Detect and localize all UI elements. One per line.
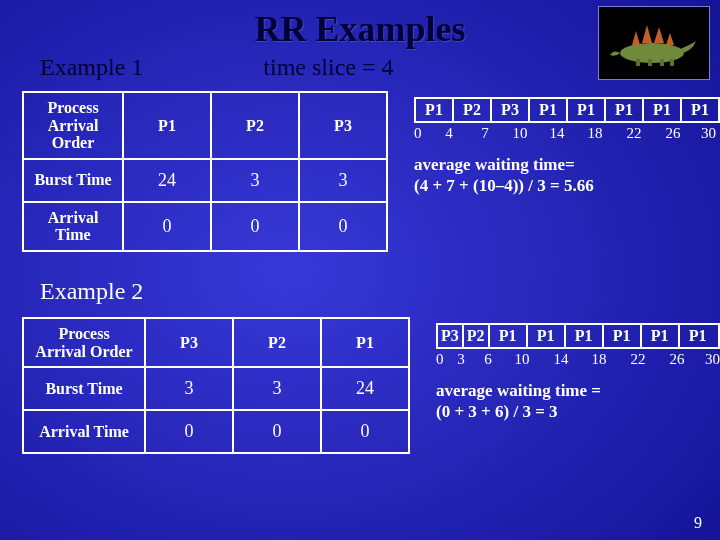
- table-cell: 0: [211, 202, 299, 251]
- gantt-segment: P1: [416, 99, 454, 121]
- table-header: P3: [299, 92, 387, 159]
- table-header: Arrival Time: [23, 202, 123, 251]
- table-cell: 3: [145, 367, 233, 410]
- gantt-ticks-2: 0 3 6 10 14 18 22 26 30: [436, 351, 720, 368]
- gantt-segment: P1: [682, 99, 718, 121]
- example-2-table: Process Arrival Order P3 P2 P1 Burst Tim…: [22, 317, 410, 454]
- table-header: Process Arrival Order: [23, 318, 145, 367]
- gantt-segment: P1: [606, 99, 644, 121]
- gantt-chart-1: P1 P2 P3 P1 P1 P1 P1 P1: [414, 97, 720, 123]
- gantt-ticks-1: 0 4 7 10 14 18 22 26 30: [414, 125, 720, 142]
- example-1-table: Process Arrival Order P1 P2 P3 Burst Tim…: [22, 91, 388, 252]
- table-header: P3: [145, 318, 233, 367]
- page-number: 9: [694, 514, 702, 532]
- gantt-segment: P1: [568, 99, 606, 121]
- table-header: Burst Time: [23, 159, 123, 202]
- table-cell: 0: [299, 202, 387, 251]
- svg-rect-7: [660, 59, 664, 66]
- svg-rect-5: [636, 59, 640, 66]
- gantt-segment: P1: [642, 325, 680, 347]
- gantt-segment: P1: [680, 325, 716, 347]
- avg-wait-2: average waiting time = (0 + 3 + 6) / 3 =…: [436, 380, 720, 423]
- table-header: Process Arrival Order: [23, 92, 123, 159]
- table-cell: 3: [299, 159, 387, 202]
- time-slice-label: time slice = 4: [263, 54, 393, 81]
- gantt-segment: P2: [454, 99, 492, 121]
- table-cell: 0: [123, 202, 211, 251]
- table-cell: 3: [233, 367, 321, 410]
- gantt-segment: P2: [464, 325, 490, 347]
- svg-rect-8: [670, 59, 674, 66]
- svg-marker-3: [654, 27, 664, 43]
- table-header: P1: [321, 318, 409, 367]
- gantt-segment: P1: [490, 325, 528, 347]
- example-2-label: Example 2: [0, 252, 720, 317]
- gantt-segment: P3: [492, 99, 530, 121]
- dinosaur-image: [598, 6, 710, 80]
- gantt-segment: P3: [438, 325, 464, 347]
- table-header: Arrival Time: [23, 410, 145, 453]
- gantt-segment: P1: [604, 325, 642, 347]
- table-cell: 3: [211, 159, 299, 202]
- example-1-label: Example 1: [40, 54, 143, 81]
- table-cell: 0: [321, 410, 409, 453]
- table-header: P1: [123, 92, 211, 159]
- avg-wait-1: average waiting time= (4 + 7 + (10–4)) /…: [414, 154, 720, 197]
- svg-rect-6: [648, 59, 652, 66]
- table-header: P2: [233, 318, 321, 367]
- table-header: P2: [211, 92, 299, 159]
- gantt-chart-2: P3 P2 P1 P1 P1 P1 P1 P1: [436, 323, 720, 349]
- table-cell: 24: [321, 367, 409, 410]
- gantt-segment: P1: [566, 325, 604, 347]
- table-header: Burst Time: [23, 367, 145, 410]
- svg-marker-1: [632, 31, 640, 45]
- gantt-segment: P1: [528, 325, 566, 347]
- svg-marker-2: [642, 25, 652, 43]
- gantt-segment: P1: [644, 99, 682, 121]
- table-cell: 24: [123, 159, 211, 202]
- table-cell: 0: [233, 410, 321, 453]
- svg-marker-4: [666, 33, 674, 45]
- table-cell: 0: [145, 410, 233, 453]
- gantt-segment: P1: [530, 99, 568, 121]
